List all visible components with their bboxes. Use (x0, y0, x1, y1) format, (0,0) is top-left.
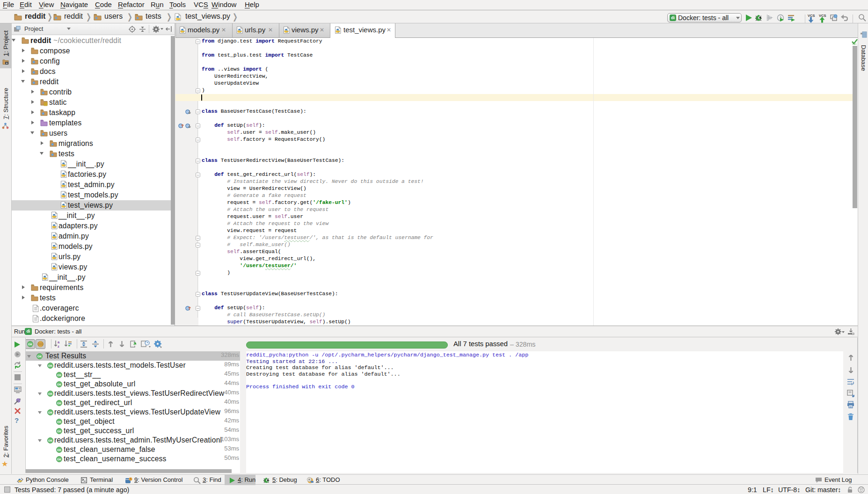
svg-text:a: a (58, 340, 60, 344)
svg-text:z: z (58, 344, 59, 348)
